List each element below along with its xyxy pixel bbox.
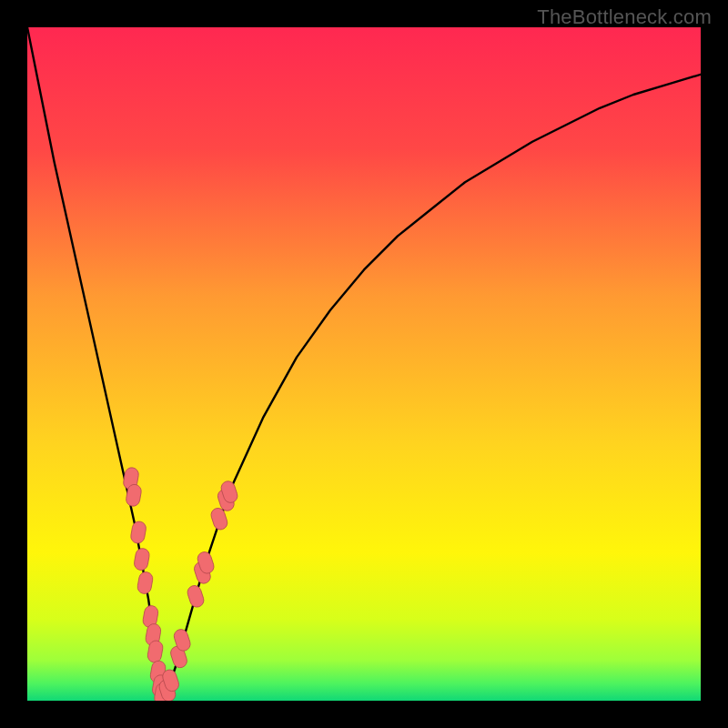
plot-area <box>27 27 701 701</box>
svg-rect-16 <box>186 584 206 609</box>
curve-layer <box>27 27 701 701</box>
bottleneck-curve <box>27 27 701 694</box>
svg-rect-3 <box>130 521 147 544</box>
watermark-text: TheBottleneck.com <box>537 5 712 29</box>
svg-rect-4 <box>133 547 150 571</box>
svg-rect-5 <box>136 571 154 594</box>
outer-frame: TheBottleneck.com <box>0 0 728 728</box>
data-markers <box>122 467 238 701</box>
